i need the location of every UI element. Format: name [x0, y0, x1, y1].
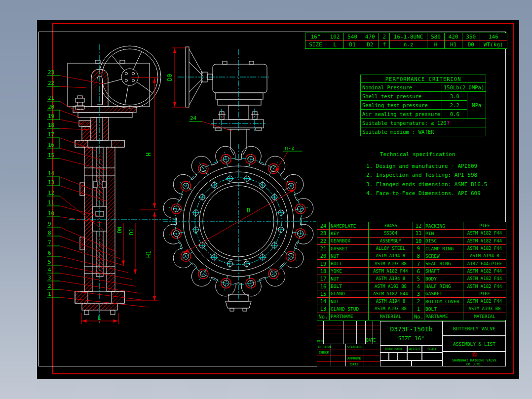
- sealing-test-value: 2.2: [442, 101, 467, 110]
- company-box: Ⓖ SHANGHAI KAIGONG VALVE CO.,LTD.: [443, 352, 506, 366]
- leader-line: [60, 86, 87, 88]
- dimension-arrowhead: [153, 296, 156, 301]
- parts-row: 22 GEARBOX ASSEMBLY: [317, 237, 413, 244]
- balloon-label: 14: [48, 170, 55, 177]
- dimension-column: 350 D0: [462, 33, 480, 48]
- leader-line: [60, 256, 128, 273]
- parts-row: No. PARTNAME MATERIAL: [413, 313, 506, 320]
- pressure-unit: MPa: [467, 92, 486, 119]
- handwheel-spoke: [133, 51, 142, 69]
- parts-row: 13 GLAND STUD ASTM A193 B8: [317, 305, 413, 313]
- parts-row: 6 SHAFT ASTM A182 F44: [413, 267, 506, 275]
- dim-label-nz: n-z: [285, 145, 295, 151]
- balloon-label: 22: [48, 80, 54, 86]
- performance-title: PERFORMANCE CRITERION: [361, 75, 486, 83]
- title-block: MFD DATE DESIGN STANDARD CHECK APPROVE D…: [317, 321, 506, 366]
- dim-label-d0: D0: [166, 74, 173, 81]
- parts-row: 11 PIN ASTM A182 F44: [413, 230, 506, 237]
- cad-viewer-background: H H1 DN D1 L D0 D n-z 232221201918171615…: [0, 0, 532, 399]
- nominal-pressure-label: Nominal Pressure: [361, 83, 442, 92]
- leader-line: [60, 148, 102, 160]
- parts-row: 2 BOTTOM COVER ASTM A182 F44: [413, 297, 506, 305]
- dimension-column: 580 H: [427, 33, 445, 48]
- draw-mark-label: DRAW MARK: [380, 346, 407, 353]
- balloon-label: 24: [190, 115, 197, 121]
- dim-label-l: L: [98, 315, 101, 321]
- dimension-arrowhead: [122, 261, 125, 266]
- dimension-arrowhead: [153, 212, 156, 217]
- parts-row: 4 HALF RING ASTM A182 F44: [413, 282, 506, 290]
- scale-label: SCALE: [422, 346, 443, 353]
- parts-row: 14 NUT ASTM A194 8: [317, 297, 413, 305]
- tech-spec-title: Technical specification: [366, 150, 507, 160]
- parts-row: 18 YOKE ASTM A182 F44: [317, 267, 413, 275]
- dimension-arrowhead: [82, 319, 87, 322]
- handwheel-spoke: [137, 82, 153, 93]
- balloon-label: 8: [48, 230, 51, 236]
- balloon-label: 23: [48, 69, 54, 76]
- weight-label: WEIGHT: [407, 346, 422, 353]
- dimension-arrowhead: [153, 78, 156, 83]
- balloon-label: 12: [48, 190, 54, 196]
- suitable-temperature-row: Suitable temperature; ≤ 120?: [361, 119, 486, 127]
- side-section-view: [68, 46, 161, 315]
- dimension-column: 146 WT(kg): [480, 33, 507, 48]
- technical-specification: Technical specification 1. Design and ma…: [366, 150, 507, 199]
- balloon-label: 15: [48, 152, 54, 159]
- approve-label: APPROVE: [347, 357, 361, 360]
- temperature-degree-mark: ?: [447, 120, 450, 126]
- balloon-label: 19: [48, 113, 54, 120]
- check-label: CHECK: [319, 351, 329, 355]
- hub-bolt-hole: [132, 80, 135, 82]
- balloon-label: 5: [48, 259, 51, 265]
- mfd-label: MFD: [317, 339, 323, 343]
- balloon-label: 9: [48, 221, 51, 227]
- dim-label-dn: DN: [116, 227, 123, 233]
- balloon-label: 17: [48, 131, 54, 138]
- sealing-test-label: Sealing test pressure: [361, 101, 442, 110]
- dimension-column: 16-1-8UNC n-z: [389, 33, 426, 48]
- dimension-arrowhead: [114, 319, 118, 322]
- date-bottom-label: DATE: [350, 362, 359, 366]
- dimension-column: 2 f: [379, 33, 389, 48]
- suitable-medium-row: Suitable medium : WATER: [361, 127, 486, 136]
- valve-size: SIZE 16": [398, 335, 424, 342]
- nominal-pressure-value: 150Lb(2.0MPa): [442, 83, 486, 92]
- balloon-label: 13: [48, 179, 54, 186]
- standard-label: STANDARD: [347, 345, 362, 349]
- parts-list-left: 24 NAMEPLATE 304SS 23 KEY SS304 22 GEARB…: [317, 222, 413, 320]
- shell-test-label: Shell test pressure: [361, 92, 442, 101]
- dim-label-d1: D1: [128, 229, 135, 235]
- company-logo: Ⓖ: [472, 352, 477, 358]
- parts-row: 5 BODY ASTM A182 F44: [413, 275, 506, 282]
- dimension-column: 420 H1: [444, 33, 462, 48]
- balloon-label: 11: [48, 200, 54, 206]
- dim-label-h1: H1: [145, 251, 152, 258]
- dimension-column: 470 D2: [361, 33, 379, 48]
- dimension-column: 102 L: [326, 33, 343, 48]
- design-label: DESIGN: [318, 345, 331, 349]
- balloon-label: 3: [48, 275, 51, 281]
- parts-row: 16 BOLT ASTM A193 B8: [317, 282, 413, 290]
- parts-row: 24 NAMEPLATE 304SS: [317, 222, 413, 230]
- drawing-number-box: D373F-150Ib SIZE 16": [380, 321, 443, 346]
- leader-line: [202, 121, 232, 131]
- dimension-arrowhead: [173, 102, 176, 107]
- parts-row: 8 SCREW ASTM A194 8: [413, 252, 506, 260]
- dimension-column: 540 D1: [343, 33, 361, 48]
- dimension-column: 16" SIZE: [305, 33, 326, 48]
- balloon-label: 18: [48, 122, 54, 128]
- parts-row: 20 NUT ASTM A194 8: [317, 252, 413, 260]
- dimension-arrowhead: [153, 203, 156, 208]
- parts-row: 15 GLAND ASTM A182 F44: [317, 290, 413, 297]
- tech-spec-item: 4. Face-to-Face Dimensions. API 609: [366, 189, 507, 199]
- handwheel-spoke: [125, 85, 128, 105]
- top-view: [186, 47, 267, 130]
- date-top-label: DATE: [366, 339, 376, 343]
- product-name: BUTTERFLY VALVE: [443, 321, 506, 336]
- parts-row: 10 DISC ASTM A182 F44: [413, 237, 506, 244]
- parts-row: 3 GASKET PTFE: [413, 290, 506, 297]
- tech-spec-item: 3. Flanged ends dimension: ASME B16.5: [366, 180, 507, 190]
- size-dimension-table: 16" SIZE 102 L 540 D1 470 D2 2 f 16-1-8U…: [305, 33, 507, 49]
- air-sealing-value: 0.6: [442, 110, 467, 119]
